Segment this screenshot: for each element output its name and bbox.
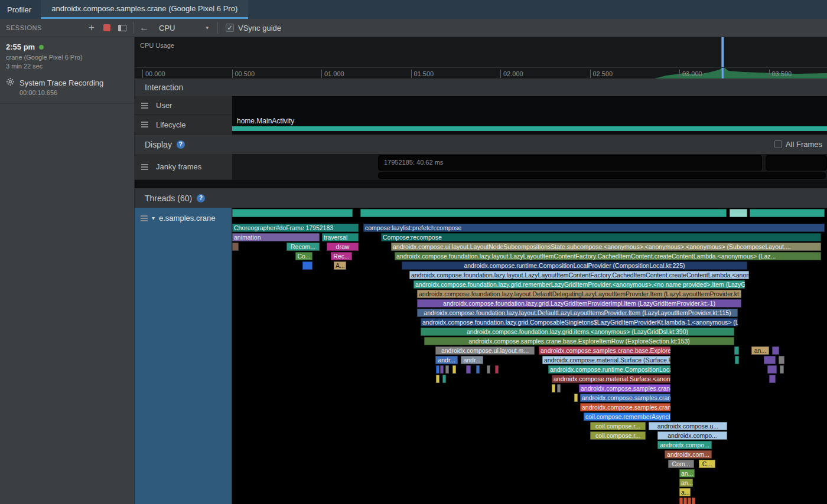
interaction-section-header[interactable]: Interaction [135, 78, 827, 96]
flame-bar[interactable]: animation [232, 233, 320, 241]
cpu-usage-chart[interactable]: CPU Usage 00.00000.50001.00001.50002.000… [135, 37, 827, 78]
flame-bar[interactable] [764, 356, 776, 364]
flame-bar[interactable]: coil.compose.r... [590, 422, 646, 430]
flame-bar[interactable]: androidx.compose.samples.crane.base.Expl… [539, 346, 670, 355]
threads-section-header[interactable]: Threads (60) ? [135, 188, 827, 208]
flame-bar[interactable]: andr... [461, 356, 483, 364]
flame-bar[interactable] [232, 243, 239, 251]
flame-bar[interactable]: an... [751, 346, 769, 355]
flame-bar[interactable] [767, 365, 777, 374]
flame-bar[interactable]: androidx.compose.material.Surface.<anony… [552, 375, 670, 383]
flame-bar[interactable] [445, 365, 449, 374]
flame-bar[interactable]: Compose:recompose [381, 233, 821, 241]
flame-bar[interactable]: compose:lazylist:prefetch:compose [363, 224, 825, 232]
lifecycle-activity-bar[interactable] [232, 126, 827, 131]
flame-bar[interactable] [692, 498, 695, 504]
flame-bar[interactable] [735, 356, 739, 364]
flame-bar[interactable] [780, 365, 784, 374]
flame-bar[interactable] [779, 356, 784, 364]
flame-bar[interactable]: androidx.compose.foundation.lazy.layout.… [395, 252, 821, 260]
flame-bar[interactable] [574, 394, 578, 402]
flame-bar[interactable] [772, 346, 779, 355]
flame-bar[interactable]: Co... [295, 252, 312, 260]
flame-bar[interactable]: A... [334, 261, 346, 270]
flame-bar[interactable] [683, 498, 687, 504]
flame-bar[interactable]: androidx.compo... [657, 441, 712, 449]
drag-handle-icon[interactable] [141, 103, 148, 109]
flame-bar[interactable] [442, 375, 446, 383]
display-section-header[interactable]: Display ? All Frames [135, 135, 827, 154]
flame-bar[interactable]: C... [699, 460, 715, 468]
flame-bar[interactable] [476, 365, 480, 374]
flame-bar[interactable]: androidx.compose.samples.crane.base.Expl… [580, 403, 670, 411]
recording-artifact-item[interactable]: System Trace Recording [0, 71, 134, 89]
chevron-expand-icon[interactable]: ▾ [152, 215, 155, 221]
flame-bar[interactable] [466, 365, 471, 374]
help-icon[interactable]: ? [197, 194, 205, 202]
flame-bar[interactable] [552, 384, 555, 392]
flame-bar[interactable] [495, 365, 499, 374]
flame-bar[interactable]: androidx.compose.material.Surface (Surfa… [542, 356, 670, 364]
lifecycle-track-label[interactable]: Lifecycle [135, 115, 232, 135]
flame-bar[interactable] [452, 365, 456, 374]
vsync-checkbox[interactable]: ✓ [226, 24, 234, 32]
flame-bar[interactable]: Rec... [331, 252, 352, 260]
flame-bar[interactable]: a... [679, 488, 691, 496]
flame-bar[interactable]: androidx.compose.u... [649, 422, 727, 430]
session-tab[interactable]: androidx.compose.samples.crane (Google P… [41, 0, 248, 19]
flame-bar[interactable]: androidx.compose.samples.crane.base.Expl… [579, 384, 670, 392]
flame-bar[interactable]: an... [679, 479, 693, 487]
flame-bar[interactable]: traversal [322, 233, 359, 241]
back-button[interactable]: ← [136, 21, 152, 35]
all-frames-checkbox[interactable] [774, 140, 782, 148]
flame-bar[interactable]: androidx.compose.foundation.lazy.grid.re… [414, 280, 745, 289]
flame-bar[interactable]: androidx.compo... [657, 431, 727, 440]
flame-bar[interactable] [360, 209, 727, 217]
flame-bar[interactable]: Choreographer#doFrame 17952183 [232, 224, 359, 232]
janky-frame-bar[interactable] [378, 172, 826, 179]
flame-bar[interactable] [730, 209, 747, 217]
flame-bar[interactable]: androidx.compose.runtime.CompositionLoca… [402, 261, 747, 270]
thread-panel-selected[interactable]: ▾ e.samples.crane [135, 208, 232, 504]
flame-bar[interactable]: Recom... [286, 243, 320, 251]
flame-bar[interactable]: coil.compose.r... [590, 431, 646, 440]
flame-bar[interactable] [679, 498, 683, 504]
flame-bar[interactable] [688, 498, 691, 504]
flame-bar[interactable]: androidx.compose.foundation.lazy.grid.Co… [421, 318, 738, 326]
help-icon[interactable]: ? [177, 140, 185, 149]
flame-bar[interactable]: androidx.compose.foundation.lazy.layout.… [417, 290, 741, 298]
session-list-item[interactable]: 2:55 pm crane (Google Pixel 6 Pro) 3 min… [0, 37, 134, 104]
drag-handle-icon[interactable] [141, 122, 148, 127]
flame-bar[interactable]: coil.compose.rememberAsyncImagePainter (… [584, 413, 670, 421]
flame-bar[interactable] [557, 384, 561, 392]
flame-bar[interactable] [487, 365, 490, 374]
flame-bar[interactable] [232, 209, 353, 217]
flame-bar[interactable]: an... [679, 469, 695, 477]
collapse-sessions-button[interactable] [115, 21, 130, 35]
flame-bar[interactable] [750, 209, 825, 217]
flame-bar[interactable]: androidx.compose.foundation.lazy.layout.… [409, 271, 749, 279]
user-track[interactable] [232, 96, 827, 115]
flame-bar[interactable]: androidx.compose.ui.layout.LayoutNodeSub… [391, 243, 821, 251]
trace-flame-chart[interactable]: Choreographer#doFrame 17952183compose:la… [232, 208, 827, 504]
all-frames-toggle[interactable]: All Frames [774, 140, 822, 149]
time-ruler[interactable]: 00.00000.50001.00001.50002.00002.50003.0… [135, 67, 827, 78]
user-track-label[interactable]: User [135, 96, 232, 115]
flame-bar[interactable]: andr... [435, 356, 458, 364]
drag-handle-icon[interactable] [141, 215, 148, 221]
add-session-button[interactable]: + [84, 21, 99, 35]
flame-bar[interactable] [769, 375, 776, 383]
lifecycle-track[interactable]: home.MainActivity [232, 115, 827, 135]
flame-bar[interactable]: androidx.compose.samples.crane.base.Expl… [424, 337, 734, 345]
flame-bar[interactable] [436, 375, 439, 383]
vsync-guide-toggle[interactable]: ✓ VSync guide [226, 24, 281, 32]
flame-bar[interactable]: androidx.compose.runtime.CompositionLoca… [548, 365, 670, 374]
janky-frames-track[interactable]: 17952185: 40.62 ms [232, 154, 827, 180]
janky-frames-label-panel[interactable]: Janky frames [135, 154, 232, 180]
profiler-type-dropdown[interactable]: CPU ▾ [153, 21, 214, 35]
flame-bar[interactable] [440, 365, 444, 374]
flame-bar[interactable] [436, 365, 439, 374]
flame-bar[interactable] [734, 346, 739, 355]
janky-frame-bar[interactable] [766, 155, 827, 171]
stop-recording-button[interactable] [99, 21, 115, 35]
